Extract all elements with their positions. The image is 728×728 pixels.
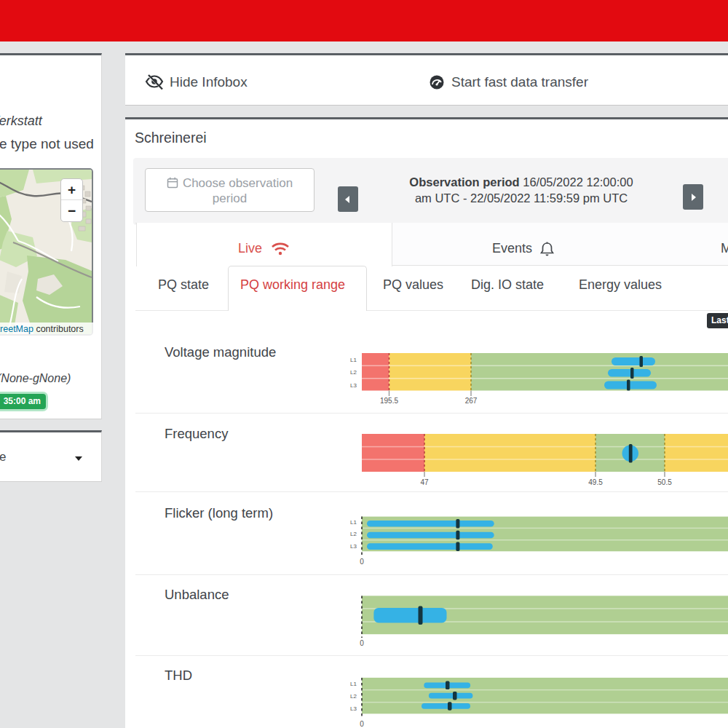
svg-text:47: 47 [420,478,429,486]
svg-text:L2: L2 [350,369,357,376]
svg-text:195.5: 195.5 [380,397,398,405]
svg-text:L1: L1 [350,519,357,526]
svg-text:50.5: 50.5 [657,478,672,486]
svg-text:L3: L3 [350,705,357,712]
svg-text:49.5: 49.5 [588,478,603,486]
svg-text:0: 0 [360,720,364,728]
svg-text:0: 0 [360,639,364,647]
svg-text:L2: L2 [350,531,357,537]
svg-text:L3: L3 [350,382,357,389]
svg-text:L2: L2 [350,693,357,700]
svg-text:L1: L1 [350,357,357,363]
svg-text:267: 267 [465,397,478,405]
svg-text:L1: L1 [350,681,357,687]
svg-text:0: 0 [360,558,364,566]
svg-text:L3: L3 [350,543,357,550]
